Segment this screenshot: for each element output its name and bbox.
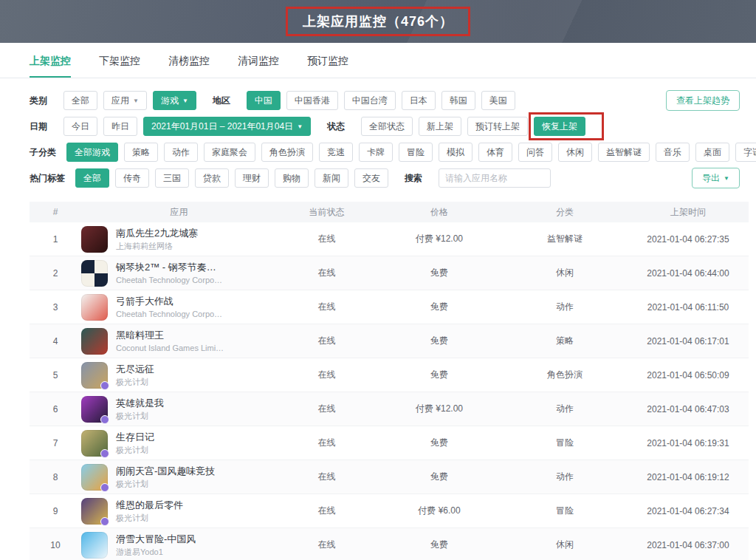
filter-chip[interactable]: 理财	[235, 168, 269, 188]
top-tabs: 上架监控下架监控清榜监控清词监控预订监控	[0, 43, 756, 78]
filter-chip[interactable]: 美国	[481, 91, 515, 110]
filter-chip[interactable]: 新上架	[419, 117, 461, 136]
app-name[interactable]: 钢琴块2™ - 钢琴节奏…	[116, 261, 222, 273]
app-icon	[81, 328, 108, 355]
row-index: 2	[30, 268, 81, 279]
filter-chip[interactable]: 日本	[402, 91, 436, 110]
filter-chip[interactable]: 全部游戏	[66, 143, 118, 162]
table-row[interactable]: 6 英雄就是我 极光计划 在线 付费 ¥12.00 动作 2021-01-04 …	[30, 392, 749, 426]
app-name[interactable]: 生存日记	[116, 431, 154, 443]
filter-chip[interactable]: 家庭聚会	[204, 143, 255, 162]
app-listing-time: 2021-01-04 06:19:12	[628, 472, 749, 482]
filter-chip[interactable]: 新闻	[315, 168, 348, 188]
app-name[interactable]: 英雄就是我	[116, 397, 164, 409]
subcategory-chips: 全部游戏策略动作家庭聚会角色扮演竞速卡牌冒险模拟体育问答休闲益智解谜音乐桌面字谜…	[66, 143, 756, 162]
tab[interactable]: 上架监控	[30, 55, 71, 78]
filter-chip[interactable]: 传奇	[115, 168, 149, 188]
tab[interactable]: 下架监控	[99, 55, 140, 78]
tab[interactable]: 清词监控	[238, 55, 279, 78]
table-row[interactable]: 7 生存日记 极光计划 在线 免费 冒险 2021-01-04 06:19:31	[30, 426, 749, 460]
filter-chip[interactable]: 卡牌	[359, 143, 393, 162]
app-name[interactable]: 闹闹天宫-国风趣味竞技	[116, 465, 215, 477]
filter-chip[interactable]: 昨日	[103, 117, 137, 136]
table-row[interactable]: 2 钢琴块2™ - 钢琴节奏… Cheetah Technology Corpo…	[30, 256, 749, 290]
filter-chip[interactable]: 恢复上架	[534, 117, 585, 136]
filter-chip[interactable]: 角色扮演	[261, 143, 313, 162]
export-button[interactable]: 导出 ▼	[692, 168, 740, 188]
filter-chip[interactable]: 中国	[247, 91, 281, 110]
region-chips: 中国中国香港中国台湾日本韩国美国	[247, 91, 521, 110]
col-header-app: 应用	[81, 206, 277, 219]
publisher-badge-icon	[100, 517, 109, 526]
filter-chip[interactable]: 动作	[164, 143, 198, 162]
date-chips: 今日昨日2021年01月01日 – 2021年01月04日▼	[63, 117, 317, 136]
filter-chip[interactable]: 冒险	[399, 143, 433, 162]
app-name[interactable]: 南瓜先生2九龙城寨	[116, 227, 198, 239]
filter-chip[interactable]: 全部	[75, 168, 109, 188]
chevron-down-icon: ▼	[182, 98, 188, 104]
app-name[interactable]: 维恩的最后零件	[116, 499, 183, 511]
table-row[interactable]: 1 南瓜先生2九龙城寨 上海莉莉丝网络 在线 付费 ¥12.00 益智解谜 20…	[30, 222, 749, 256]
filter-chip[interactable]: 体育	[478, 143, 512, 162]
filter-chip[interactable]: 全部状态	[361, 117, 413, 136]
table-row[interactable]: 8 闹闹天宫-国风趣味竞技 极光计划 在线 免费 动作 2021-01-04 0…	[30, 460, 749, 494]
filter-chip[interactable]: 中国台湾	[344, 91, 396, 110]
app-name[interactable]: 无尽远征	[116, 363, 154, 375]
filter-chip[interactable]: 预订转上架	[467, 117, 528, 136]
filter-chip[interactable]: 策略	[124, 143, 158, 162]
table-row[interactable]: 9 维恩的最后零件 极光计划 在线 付费 ¥6.00 冒险 2021-01-04…	[30, 494, 749, 528]
col-header-price: 价格	[377, 206, 502, 219]
col-header-index: #	[30, 207, 81, 217]
subcategory-label: 子分类	[30, 146, 56, 159]
table-row[interactable]: 3 弓箭手大作战 Cheetah Technology Corpo… 在线 免费…	[30, 290, 749, 324]
filter-chip[interactable]: 休闲	[558, 143, 592, 162]
app-price: 免费	[377, 369, 502, 381]
app-price: 免费	[377, 539, 502, 551]
filter-chip[interactable]: 字谜	[735, 143, 756, 162]
app-price: 免费	[377, 471, 502, 483]
filter-chip[interactable]: 中国香港	[286, 91, 338, 110]
filter-chip[interactable]: 三国	[155, 168, 189, 188]
app-name[interactable]: 滑雪大冒险-中国风	[116, 533, 196, 545]
app-category: 休闲	[502, 539, 628, 551]
app-price: 付费 ¥12.00	[377, 403, 502, 415]
app-name[interactable]: 黑暗料理王	[116, 329, 224, 341]
filter-chip[interactable]: 全部	[63, 91, 97, 110]
filter-chip[interactable]: 益智解谜	[598, 143, 650, 162]
filter-chip[interactable]: 桌面	[695, 143, 729, 162]
tab[interactable]: 预订监控	[307, 55, 348, 78]
filter-chip[interactable]: 音乐	[656, 143, 690, 162]
col-header-category: 分类	[502, 206, 628, 219]
filter-chip[interactable]: 今日	[63, 117, 97, 136]
filter-chip[interactable]: 交友	[354, 168, 388, 188]
filter-chip[interactable]: 游戏▼	[153, 91, 196, 110]
app-icon	[81, 396, 108, 423]
app-category: 动作	[502, 403, 628, 415]
app-price: 免费	[377, 335, 502, 347]
view-trend-label: 查看上架趋势	[676, 95, 729, 107]
app-listing-time: 2021-01-04 06:19:31	[628, 438, 749, 448]
filter-chip[interactable]: 韩国	[441, 91, 475, 110]
app-publisher: 极光计划	[116, 411, 164, 422]
filter-chip[interactable]: 应用▼	[103, 91, 147, 110]
app-category: 休闲	[502, 267, 628, 279]
filter-chip[interactable]: 问答	[518, 143, 552, 162]
table-row[interactable]: 10 滑雪大冒险-中国风 游道易Yodo1 在线 免费 休闲 2021-01-0…	[30, 528, 749, 560]
filter-chip[interactable]: 购物	[275, 168, 309, 188]
app-icon	[81, 532, 108, 559]
filter-chip[interactable]: 贷款	[195, 168, 229, 188]
table-row[interactable]: 5 无尽远征 极光计划 在线 免费 角色扮演 2021-01-04 06:50:…	[30, 358, 749, 392]
filter-chip[interactable]: 2021年01月01日 – 2021年01月04日▼	[143, 117, 311, 136]
app-icon	[81, 362, 108, 389]
filter-chip[interactable]: 竞速	[319, 143, 353, 162]
search-input[interactable]	[439, 168, 551, 188]
app-status: 在线	[277, 505, 377, 517]
app-price: 免费	[377, 301, 502, 313]
filter-row-category: 类别 全部应用▼游戏▼ 地区 中国中国香港中国台湾日本韩国美国 查看上架趋势	[30, 91, 747, 110]
filter-chip[interactable]: 模拟	[439, 143, 472, 162]
table-row[interactable]: 4 黑暗料理王 Coconut Island Games Limi… 在线 免费…	[30, 324, 749, 358]
view-trend-button[interactable]: 查看上架趋势	[666, 90, 740, 111]
tab[interactable]: 清榜监控	[168, 55, 210, 78]
app-icon	[81, 498, 108, 525]
app-name[interactable]: 弓箭手大作战	[116, 295, 222, 307]
